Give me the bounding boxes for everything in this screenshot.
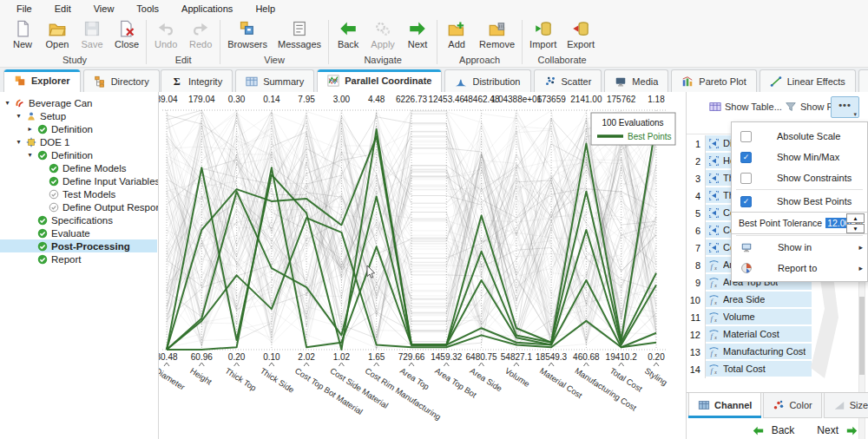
next-button[interactable]: Next xyxy=(405,20,430,49)
tree-item-define-output-responses[interactable]: Define Output Responses xyxy=(0,200,157,213)
redo-button[interactable]: Redo xyxy=(188,20,213,49)
svg-text:100 Evaluations: 100 Evaluations xyxy=(602,118,663,128)
checkbox-checked-icon[interactable]: ✓ xyxy=(740,152,752,163)
menu-edit[interactable]: Edit xyxy=(43,2,82,16)
tab-linear-effects[interactable]: Linear Effects xyxy=(760,69,856,92)
tree-item-definition[interactable]: ▾Definition xyxy=(0,148,157,161)
tree-item-setup[interactable]: ▾Setup xyxy=(0,109,157,122)
channel-row-material-cost[interactable]: 12fxMaterial Cost xyxy=(687,326,812,344)
menu-view[interactable]: View xyxy=(82,2,126,16)
tab-distribution[interactable]: Distribution xyxy=(444,69,530,92)
tree-item-define-models[interactable]: Define Models xyxy=(0,161,157,174)
show-table-button[interactable]: Show Table... xyxy=(709,101,782,113)
next-button[interactable]: Next xyxy=(817,424,859,436)
expander-open-icon[interactable]: ▾ xyxy=(26,151,34,159)
arrow-right-green-icon xyxy=(409,20,426,37)
toolbar-group-edit: UndoRedoEdit xyxy=(147,17,220,67)
chart-canvas[interactable]: 89.0430.48Diameter179.0460.96Height0.300… xyxy=(159,92,686,439)
menu-help[interactable]: Help xyxy=(244,2,286,16)
remove-button[interactable]: Remove xyxy=(479,20,515,49)
menu-tools[interactable]: Tools xyxy=(125,2,170,16)
tab-explorer[interactable]: Explorer xyxy=(3,69,81,92)
tab-directory[interactable]: Directory xyxy=(83,69,160,92)
check-green-icon xyxy=(37,241,48,252)
close-button[interactable]: Close xyxy=(115,20,139,49)
add-button[interactable]: Add xyxy=(444,20,469,49)
svg-text:4.48: 4.48 xyxy=(368,95,385,104)
tree-item-doe-1[interactable]: ▾DOE 1 xyxy=(0,135,157,148)
checkbox-unchecked-icon[interactable] xyxy=(740,173,752,184)
tree-item-post-processing[interactable]: Post-Processing xyxy=(0,239,157,252)
caret-down-icon: ▾ xyxy=(853,111,857,118)
toolbar-group-view: BrowsersMessagesView xyxy=(220,17,328,67)
tree-item-beverage-can[interactable]: ▾Beverage Can xyxy=(0,96,157,109)
menu-item-show-in[interactable]: Show in▸ xyxy=(732,237,867,258)
tree-item-specifications[interactable]: Specifications xyxy=(0,213,157,226)
export-button[interactable]: Export xyxy=(567,20,595,49)
channel-row-manufacturing-cost[interactable]: 13fxManufacturing Cost xyxy=(687,344,812,361)
channel-row-total-cost[interactable]: 14fxTotal Cost xyxy=(687,361,812,378)
channel-number: 8 xyxy=(687,257,706,274)
expander-closed-icon[interactable]: ▸ xyxy=(26,125,34,133)
tab-integrity[interactable]: ΣIntegrity xyxy=(161,69,233,92)
svg-text:x: x xyxy=(713,282,717,287)
check-green-icon xyxy=(37,150,48,161)
tab-parallel-coordinate[interactable]: Parallel Coordinate xyxy=(317,69,442,92)
browsers-button[interactable]: Browsers xyxy=(227,20,267,49)
scrollbar-thumb[interactable] xyxy=(859,297,865,375)
tab-pareto-plot[interactable]: Pareto Plot xyxy=(671,69,756,92)
checkbox-checked-icon[interactable]: ✓ xyxy=(740,196,752,207)
expander-open-icon[interactable]: ▾ xyxy=(3,99,11,107)
spinner-down-button[interactable]: ▼ xyxy=(846,224,865,233)
back-button[interactable]: Back xyxy=(751,424,795,436)
db-export-icon xyxy=(572,20,589,37)
menu-item-show-best-points[interactable]: ✓Show Best Points xyxy=(732,191,867,212)
summary-table-icon xyxy=(246,75,258,88)
svg-text:Thick Top: Thick Top xyxy=(224,365,259,392)
parallel-coordinate-chart[interactable]: 89.0430.48Diameter179.0460.96Height0.300… xyxy=(159,92,686,439)
tree-item-evaluate[interactable]: Evaluate xyxy=(0,226,157,239)
more-options-button[interactable]: •••▾ xyxy=(831,96,859,118)
undo-button[interactable]: Undo xyxy=(154,20,178,49)
doe-icon xyxy=(26,137,36,147)
tab-media[interactable]: Media xyxy=(604,69,668,92)
apply-button[interactable]: Apply xyxy=(371,20,395,49)
panel-tab-color[interactable]: Color xyxy=(763,393,821,418)
best-point-tolerance-row[interactable]: Best Point Tolerance12.00%▲▼ xyxy=(732,212,867,234)
check-green-icon xyxy=(37,124,48,134)
input-variable-icon xyxy=(708,207,720,219)
svg-text:0.14: 0.14 xyxy=(263,95,280,104)
tab-interactions[interactable]: Interactions xyxy=(858,69,868,92)
menu-bar: FileEditViewToolsApplicationsHelp xyxy=(0,0,868,17)
menu-applications[interactable]: Applications xyxy=(170,2,244,16)
new-button[interactable]: New xyxy=(10,20,35,49)
menu-item-show-min-max[interactable]: ✓Show Min/Max xyxy=(732,147,867,167)
tree-item-test-models[interactable]: Test Models xyxy=(0,187,157,200)
channel-number: 1 xyxy=(687,135,706,153)
svg-text:f: f xyxy=(710,261,713,270)
import-button[interactable]: Import xyxy=(529,20,556,49)
panel-tab-channel[interactable]: Channel xyxy=(688,393,761,418)
tab-scatter[interactable]: Scatter xyxy=(534,69,602,92)
checkbox-unchecked-icon[interactable] xyxy=(740,131,752,142)
save-button[interactable]: Save xyxy=(80,20,104,49)
channel-row-area-side[interactable]: 10fxArea Side xyxy=(687,292,812,309)
distribution-icon xyxy=(455,75,467,88)
spinner-up-button[interactable]: ▲ xyxy=(846,213,865,223)
expander-open-icon[interactable]: ▾ xyxy=(15,138,23,146)
expander-open-icon[interactable]: ▾ xyxy=(15,112,23,120)
menu-item-absolute-scale[interactable]: Absolute Scale xyxy=(732,126,867,147)
menu-item-show-constraints[interactable]: Show Constraints xyxy=(732,167,867,188)
messages-button[interactable]: Messages xyxy=(278,20,321,49)
menu-item-report-to[interactable]: Report to▸ xyxy=(732,258,867,278)
tree-item-report[interactable]: Report xyxy=(0,252,157,265)
channel-row-volume[interactable]: 11fxVolume xyxy=(687,309,812,326)
tree-item-definition[interactable]: ▸Definition xyxy=(0,122,157,135)
tree-item-define-input-variables[interactable]: Define Input Variables xyxy=(0,174,157,187)
back-button[interactable]: Back xyxy=(336,20,360,49)
tab-summary[interactable]: Summary xyxy=(235,69,314,92)
menu-file[interactable]: File xyxy=(5,2,43,16)
panel-tab-size[interactable]: Size xyxy=(824,393,868,418)
open-button[interactable]: Open xyxy=(45,20,69,49)
channel-number: 12 xyxy=(687,326,706,344)
